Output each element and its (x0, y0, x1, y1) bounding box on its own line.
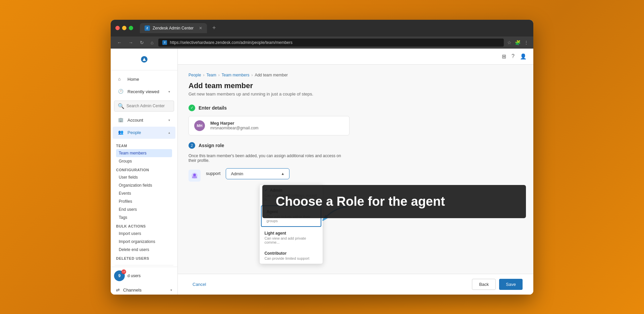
subnav-import-users[interactable]: Import users (116, 230, 172, 238)
sidebar-item-recently-viewed[interactable]: 🕐 Recently viewed ▾ (113, 86, 175, 98)
user-fields-label: User fields (119, 175, 138, 180)
breadcrumb-current: Add team member (255, 73, 288, 77)
back-button[interactable]: Back (472, 279, 496, 290)
breadcrumb-sep-2: › (218, 73, 220, 77)
channels-label: Channels (123, 288, 142, 293)
footer-action-buttons: Back Save (472, 279, 523, 290)
groups-label: Groups (119, 159, 132, 164)
bookmark-icon[interactable]: ☆ (507, 40, 512, 45)
chevron-down-icon: ▾ (168, 90, 170, 93)
back-nav-button[interactable]: ← (115, 39, 123, 46)
tab-close-icon[interactable]: ✕ (199, 26, 202, 30)
close-button[interactable] (115, 26, 120, 30)
subnav-events[interactable]: Events (116, 189, 172, 197)
configuration-section-title: Configuration (116, 168, 172, 172)
minimize-button[interactable] (122, 26, 126, 30)
user-name: Meg Harper (210, 121, 259, 126)
browser-addressbar: ← → ↻ ⌂ Z https://selectivehardware.zend… (111, 37, 533, 49)
chevron-channels-icon: ▾ (170, 288, 172, 292)
user-initials: MH (197, 124, 202, 128)
main-footer: Cancel Back Save (178, 274, 533, 295)
user-info-row: MH Meg Harper mrsnaomibear@gmail.com (189, 116, 350, 135)
browser-tab[interactable]: Z Zendesk Admin Center ✕ (140, 23, 207, 33)
sidebar-search[interactable]: 🔍 (114, 101, 174, 112)
menu-icon[interactable]: ⋮ (524, 40, 529, 45)
browser-titlebar: Z Zendesk Admin Center ✕ + (111, 20, 533, 37)
import-orgs-label: Import organizations (119, 239, 155, 244)
team-section-title: Team (116, 144, 172, 148)
step-2-header: 2 Assign role (189, 142, 523, 149)
sidebar-people-label: People (127, 130, 141, 135)
browser-actions: ☆ 🧩 ⋮ (507, 40, 529, 45)
subnav-end-users[interactable]: End users (116, 205, 172, 213)
user-profile-icon[interactable]: 👤 (520, 53, 527, 60)
sidebar-home-label: Home (127, 77, 139, 82)
traffic-lights (115, 26, 133, 30)
light-agent-role-desc: Can view and add private comme... (264, 236, 318, 244)
deleted-users-section-title: Deleted users (116, 256, 172, 260)
team-members-label: Team members (119, 151, 147, 155)
zendesk-logo-icon (139, 54, 150, 65)
import-users-label: Import users (119, 231, 141, 236)
maximize-button[interactable] (129, 26, 133, 30)
avatar-badge: 9 13 (114, 270, 125, 281)
reload-button[interactable]: ↻ (138, 39, 146, 46)
help-icon[interactable]: ? (512, 53, 515, 59)
site-favicon: Z (162, 40, 167, 45)
step-2-section: 2 Assign role Once this team member's be… (189, 142, 523, 182)
grid-icon[interactable]: ⊞ (502, 53, 506, 60)
breadcrumb-people[interactable]: People (189, 73, 201, 77)
chevron-down-account-icon: ▾ (168, 118, 170, 122)
sidebar-item-channels[interactable]: ⇄ Channels ▾ (111, 285, 177, 295)
main-content: ⊞ ? 👤 People › Team › Team members › Add… (178, 49, 533, 295)
sidebar-account-label: Account (127, 118, 143, 123)
subnav-user-fields[interactable]: User fields (116, 173, 172, 181)
app-icon (189, 170, 201, 182)
extensions-icon[interactable]: 🧩 (515, 40, 521, 45)
subnav-team-members[interactable]: Team members (116, 149, 172, 157)
step-1-title: Enter details (199, 105, 227, 111)
dropdown-container: Admin ▲ ✓ Admin (226, 168, 289, 179)
new-tab-button[interactable]: + (212, 24, 216, 32)
search-input[interactable] (126, 104, 170, 108)
sidebar-recently-label: Recently viewed (127, 89, 159, 94)
main-body: People › Team › Team members › Add team … (178, 65, 533, 274)
home-icon: ⌂ (118, 76, 124, 82)
profiles-label: Profiles (119, 199, 132, 204)
light-agent-role-name: Light agent (264, 231, 318, 236)
channels-icon: ⇄ (116, 288, 120, 293)
subnav-import-orgs[interactable]: Import organizations (116, 238, 172, 246)
sidebar-item-account[interactable]: 🏢 Account ▾ (113, 114, 175, 126)
role-dropdown-trigger[interactable]: Admin ▲ (226, 168, 289, 179)
sidebar-item-people[interactable]: 👥 People ▴ (113, 127, 175, 139)
subnav-org-fields[interactable]: Organization fields (116, 181, 172, 189)
home-button[interactable]: ⌂ (149, 39, 155, 46)
step-1-section: ✓ Enter details MH Meg Harper mrsnaomibe… (189, 105, 523, 135)
address-bar[interactable]: Z https://selectivehardware.zendesk.com/… (158, 39, 504, 47)
url-text: https://selectivehardware.zendesk.com/ad… (170, 40, 292, 45)
chevron-up-people-icon: ▴ (168, 131, 170, 134)
subnav-groups[interactable]: Groups (116, 157, 172, 165)
subnav-profiles[interactable]: Profiles (116, 197, 172, 205)
cancel-button[interactable]: Cancel (189, 279, 210, 290)
save-button[interactable]: Save (499, 279, 523, 290)
sidebar-item-home[interactable]: ⌂ Home (113, 73, 175, 85)
breadcrumb-team-members[interactable]: Team members (222, 73, 250, 77)
subnav-delete-end-users[interactable]: Delete end users (116, 246, 172, 254)
step-1-check-icon: ✓ (189, 105, 195, 111)
breadcrumb-team[interactable]: Team (206, 73, 216, 77)
people-icon: 👥 (118, 130, 124, 136)
main-topbar: ⊞ ? 👤 (178, 49, 533, 65)
role-option-light-agent[interactable]: Light agent Can view and add private com… (260, 228, 323, 248)
browser-window: Z Zendesk Admin Center ✕ + ← → ↻ ⌂ Z htt… (111, 20, 533, 295)
user-email: mrsnaomibear@gmail.com (210, 126, 259, 130)
forward-nav-button[interactable]: → (127, 39, 135, 46)
user-avatar-icon: MH (194, 120, 205, 131)
role-option-contributor[interactable]: Contributor Can provide limited support (260, 248, 323, 264)
page-subtitle: Get new team members up and running in j… (189, 91, 523, 97)
sidebar-nav: ⌂ Home 🕐 Recently viewed ▾ 🔍 🏢 A (111, 70, 177, 295)
step-1-header: ✓ Enter details (189, 105, 523, 111)
contributor-role-name: Contributor (264, 251, 318, 256)
browser-chrome: Z Zendesk Admin Center ✕ + ← → ↻ ⌂ Z htt… (111, 20, 533, 49)
subnav-tags[interactable]: Tags (116, 213, 172, 222)
